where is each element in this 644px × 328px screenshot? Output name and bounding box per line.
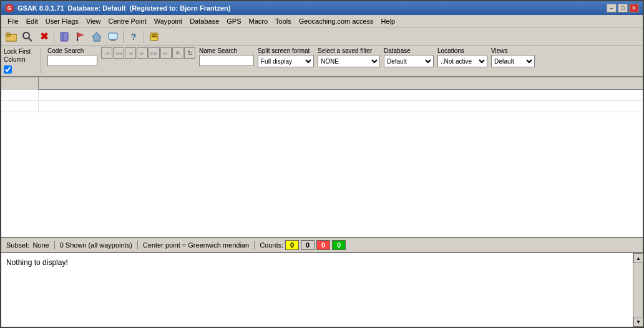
toolbar: ✖ ? — [1, 27, 643, 46]
toolbar-separator-1 — [54, 31, 54, 43]
nav-last-btn[interactable]: ▶| — [160, 47, 172, 59]
lock-first-column-section: Lock First Column — [4, 47, 41, 74]
scroll-down-btn[interactable]: ▼ — [633, 317, 643, 327]
svg-rect-2 — [6, 33, 10, 35]
menu-tools[interactable]: Tools — [271, 16, 295, 26]
database-filter-select[interactable]: Default — [384, 55, 434, 67]
bottom-message: Nothing to display! — [6, 258, 68, 267]
name-search-input[interactable] — [199, 55, 254, 66]
filter-bar: Lock First Column Code Search |◀ ◀◀ ◀ ▶ … — [1, 46, 643, 77]
locations-select[interactable]: ..Not active — [437, 55, 487, 67]
find-btn[interactable] — [20, 29, 35, 44]
nav-next-page-btn[interactable]: ▶▶ — [149, 47, 160, 59]
nav-buttons-group: |◀ ◀◀ ◀ ▶ ▶▶ ▶| ✕ ↻ — [101, 47, 195, 59]
split-screen-section: Split screen format Full display Split t… — [258, 47, 314, 67]
menu-waypoint[interactable]: Waypoint — [150, 16, 186, 26]
app-title: GSAK 8.0.1.71 — [17, 4, 64, 12]
locations-label: Locations — [437, 47, 464, 54]
status-bar: Subset: None 0 Shown (all waypoints) Cen… — [1, 237, 643, 252]
table-header — [1, 77, 643, 90]
saved-filter-section: Select a saved filter NONE — [318, 47, 380, 67]
menu-geocaching[interactable]: Geocaching.com access — [295, 16, 378, 26]
menu-view[interactable]: View — [82, 16, 105, 26]
split-screen-select[interactable]: Full display Split top Split bottom — [258, 55, 314, 67]
delete-btn[interactable]: ✖ — [36, 29, 51, 44]
count-badge-3: 0 — [316, 240, 330, 250]
svg-marker-8 — [77, 32, 84, 37]
registered-label: (Registered to: Bjorn Frantzen) — [130, 4, 231, 12]
toolbar-separator-2 — [123, 31, 124, 43]
views-label: Views — [491, 47, 508, 54]
svg-rect-12 — [110, 41, 116, 41]
export-btn[interactable] — [147, 29, 162, 44]
menu-database[interactable]: Database — [186, 16, 223, 26]
content-area — [1, 77, 643, 237]
status-sep-2 — [137, 241, 138, 249]
name-search-section: Name Search — [199, 47, 254, 66]
code-search-input[interactable] — [47, 55, 97, 66]
database-filter-section: Database Default — [384, 47, 434, 67]
book-btn[interactable] — [57, 29, 72, 44]
open-folder-btn[interactable] — [4, 29, 19, 44]
question-btn[interactable]: ? — [126, 29, 141, 44]
scroll-up-btn[interactable]: ▲ — [633, 253, 643, 263]
toolbar-separator-3 — [144, 31, 144, 43]
nav-prev-page-btn[interactable]: ◀◀ — [113, 47, 124, 59]
nav-next-btn[interactable]: ▶ — [137, 47, 148, 59]
locations-section: Locations ..Not active — [437, 47, 487, 67]
nav-refresh-btn[interactable]: ↻ — [184, 47, 195, 59]
svg-point-3 — [23, 32, 29, 39]
count-badge-2: 0 — [301, 240, 315, 250]
code-search-label: Code Search — [47, 47, 84, 54]
col-header-1[interactable] — [1, 77, 39, 90]
counts-area: Counts: 0 0 0 0 — [260, 240, 346, 250]
saved-filter-label: Select a saved filter — [318, 47, 372, 54]
code-search-section: Code Search — [47, 47, 97, 66]
name-search-label: Name Search — [199, 47, 237, 54]
table-row — [1, 101, 643, 112]
nav-prev-btn[interactable]: ◀ — [125, 47, 136, 59]
menu-help[interactable]: Help — [378, 16, 399, 26]
minimize-button[interactable]: − — [607, 4, 617, 12]
restore-button[interactable]: □ — [618, 4, 628, 12]
nav-first-btn[interactable]: |◀ — [101, 47, 112, 59]
saved-filter-select[interactable]: NONE — [318, 55, 380, 67]
house-btn[interactable] — [89, 29, 104, 44]
nav-clear-btn[interactable]: ✕ — [172, 47, 183, 59]
app-icon: G — [5, 4, 14, 12]
table-row — [1, 90, 643, 101]
close-button[interactable]: ✕ — [629, 4, 639, 12]
count-badge-4: 0 — [332, 240, 346, 250]
flag-btn[interactable] — [73, 29, 88, 44]
counts-label: Counts: — [260, 241, 283, 249]
bottom-panel: Nothing to display! ▲ ▼ — [1, 252, 643, 327]
shown-text: 0 Shown (all waypoints) — [60, 241, 132, 249]
svg-rect-15 — [152, 36, 157, 37]
status-sep-1 — [54, 241, 55, 249]
lock-first-column-checkbox[interactable] — [4, 65, 12, 74]
views-select[interactable]: Default — [491, 55, 535, 67]
menu-user-flags[interactable]: User Flags — [42, 16, 82, 26]
svg-rect-14 — [152, 34, 157, 36]
menu-gps[interactable]: GPS — [223, 16, 245, 26]
menu-macro[interactable]: Macro — [245, 16, 271, 26]
svg-rect-10 — [109, 33, 117, 39]
table-body[interactable] — [1, 90, 643, 237]
count-badge-1: 0 — [285, 240, 299, 250]
menu-bar: File Edit User Flags View Centre Point W… — [1, 15, 643, 27]
bottom-scrollbar[interactable]: ▲ ▼ — [633, 253, 643, 327]
status-sep-3 — [254, 241, 255, 249]
menu-file[interactable]: File — [4, 16, 22, 26]
subset-label: Subset: None — [6, 241, 49, 249]
monitor-btn[interactable] — [105, 29, 120, 44]
split-screen-label: Split screen format — [258, 47, 310, 54]
views-section: Views Default — [491, 47, 535, 67]
menu-edit[interactable]: Edit — [22, 16, 42, 26]
svg-rect-11 — [111, 39, 115, 41]
svg-marker-9 — [92, 32, 101, 41]
db-label: Database: Default — [68, 4, 126, 12]
lock-first-column-label: Lock First Column — [4, 47, 38, 64]
database-filter-label: Database — [384, 47, 411, 54]
menu-centre-point[interactable]: Centre Point — [105, 16, 150, 26]
svg-rect-5 — [61, 32, 68, 41]
